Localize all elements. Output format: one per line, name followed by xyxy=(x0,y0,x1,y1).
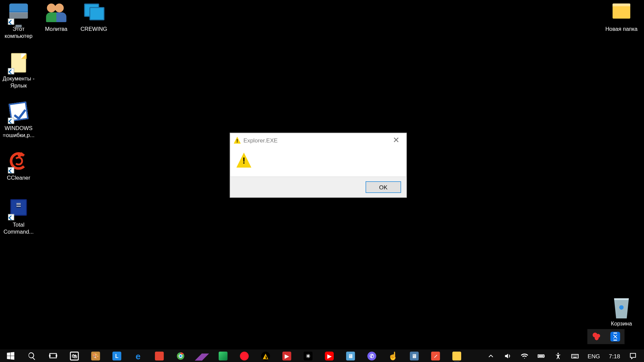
monitor-icon: 🖥 xyxy=(410,352,419,360)
tray-input-method[interactable] xyxy=(566,352,583,360)
aimp-icon: ◭ xyxy=(261,352,270,360)
close-button[interactable]: ✕ xyxy=(386,133,407,147)
shortcut-overlay-icon xyxy=(8,214,14,220)
desktop-icon-new-folder[interactable]: Новая папка xyxy=(603,4,640,33)
svg-rect-2 xyxy=(56,355,57,357)
edge-icon: e xyxy=(134,352,143,360)
visual-studio-icon: ◢◤ xyxy=(198,352,206,360)
desktop-icon-crewing[interactable]: CREWING xyxy=(75,4,112,33)
desktop-icon-label: Новая папка xyxy=(603,26,640,33)
desktop-icon-label: Корзина xyxy=(603,320,640,327)
warning-icon xyxy=(236,153,252,168)
shortcut-overlay-icon xyxy=(8,18,14,24)
chrome-icon xyxy=(176,352,185,360)
l-app-icon: L xyxy=(112,352,121,360)
task-view-button[interactable] xyxy=(43,349,64,362)
play-icon: ▶ xyxy=(282,352,291,360)
taskbar-app-pointer[interactable]: ☝ xyxy=(382,349,404,362)
taskbar-app-viber[interactable]: ✆ xyxy=(361,349,382,362)
notifications-icon xyxy=(629,352,637,360)
action-center-button[interactable] xyxy=(625,352,641,360)
desktop-icon-documents[interactable]: Документы - Ярлык xyxy=(0,53,37,89)
shortcut-overlay-icon xyxy=(8,68,14,74)
svg-rect-1 xyxy=(49,355,50,357)
tray-overflow-app-icon[interactable] xyxy=(592,332,601,342)
desktop-icon-total-commander[interactable]: Total Command... xyxy=(0,199,37,235)
desktop-icon-windows-errors[interactable]: WINDOWS =ошибки,р... xyxy=(0,103,37,139)
remote-icon: 🖥 xyxy=(346,352,355,360)
tray-language[interactable]: ENG xyxy=(583,353,605,359)
file-icon xyxy=(219,352,227,360)
tray-volume[interactable] xyxy=(499,352,516,360)
clock-label: 7:18 xyxy=(609,353,620,359)
taskbar-app-player[interactable]: ▶ xyxy=(276,349,297,362)
search-button[interactable] xyxy=(21,349,42,362)
taskbar-app-youtube[interactable]: ▶ xyxy=(319,349,340,362)
desktop-icon-label: Этот компьютер xyxy=(0,26,37,40)
desktop-icon-label: CCleaner xyxy=(0,174,37,181)
dialog-title: Explorer.EXE xyxy=(244,137,278,143)
desktop-icon-label: Документы - Ярлык xyxy=(0,75,37,89)
taskbar-app-paint[interactable]: 🎨 xyxy=(85,349,106,362)
desktop-icon-this-pc[interactable]: Этот компьютер xyxy=(0,4,37,40)
taskbar-app-aimp[interactable]: ◭ xyxy=(255,349,276,362)
taskbar-app-vs[interactable]: ◢◤ xyxy=(191,349,212,362)
shortcut-overlay-icon xyxy=(8,118,14,124)
chevron-up-icon xyxy=(487,352,495,360)
todoist-icon xyxy=(155,352,164,360)
start-button[interactable] xyxy=(0,349,21,362)
taskbar-app-l[interactable]: L xyxy=(106,349,127,362)
tray-ease-of-access[interactable] xyxy=(549,352,566,360)
taskbar-app-monitor[interactable]: 🖥 xyxy=(404,349,425,362)
desktop-icon-ccleaner[interactable]: CCleaner xyxy=(0,152,37,181)
system-tray: ENG 7:18 xyxy=(482,349,644,362)
dialog-titlebar[interactable]: Explorer.EXE ✕ xyxy=(230,133,406,147)
fences-icon: ✳ xyxy=(304,352,312,360)
speaker-icon xyxy=(503,352,512,360)
language-label: ENG xyxy=(588,353,600,359)
tray-overflow-button[interactable] xyxy=(482,352,499,360)
keyboard-icon xyxy=(571,352,579,360)
tray-overflow-popout xyxy=(587,329,625,344)
opera-icon xyxy=(240,352,249,360)
taskbar-app-file-explorer[interactable] xyxy=(446,349,467,362)
taskbar-app-remote[interactable]: 🖥 xyxy=(340,349,361,362)
svg-rect-0 xyxy=(50,354,56,358)
taskbar-app-opera[interactable] xyxy=(234,349,255,362)
tray-wifi[interactable] xyxy=(516,352,533,360)
desktop-icon-label: CREWING xyxy=(75,26,112,33)
taskbar-app-edge[interactable]: e xyxy=(127,349,149,362)
desktop-icon-prayer[interactable]: Молитва xyxy=(38,4,75,33)
svg-rect-8 xyxy=(538,355,543,357)
dialog-explorer-error: Explorer.EXE ✕ OK xyxy=(230,133,407,198)
svg-rect-7 xyxy=(544,355,544,357)
desktop-icon-label: Молитва xyxy=(38,26,75,33)
taskbar-app-todoist[interactable] xyxy=(149,349,170,362)
ok-button[interactable]: OK xyxy=(366,181,401,193)
svg-point-5 xyxy=(179,355,182,357)
tray-clock[interactable]: 7:18 xyxy=(604,353,625,359)
taskbar-app-swift[interactable]: ⟋ xyxy=(425,349,446,362)
taskbar-app-chrome[interactable] xyxy=(170,349,191,362)
taskbar-left: 🛍 🎨 L e ◢◤ ◭ ▶ ✳ ▶ 🖥 ✆ ☝ 🖥 ⟋ xyxy=(0,349,467,362)
windows-logo-icon xyxy=(6,352,15,360)
battery-icon xyxy=(537,352,545,360)
shortcut-overlay-icon xyxy=(8,167,14,173)
taskbar-app-pinned-file[interactable] xyxy=(212,349,233,362)
taskbar-app-store[interactable]: 🛍 xyxy=(64,349,85,362)
taskbar-app-fences[interactable]: ✳ xyxy=(298,349,319,362)
desktop-icon-label: WINDOWS =ошибки,р... xyxy=(0,125,37,139)
folder-icon xyxy=(452,352,461,360)
desktop-icon-recycle-bin[interactable]: Корзина xyxy=(603,298,640,327)
youtube-icon: ▶ xyxy=(325,352,334,360)
hand-pointer-icon: ☝ xyxy=(389,352,397,360)
paint-icon: 🎨 xyxy=(91,352,100,360)
tray-battery[interactable] xyxy=(533,352,549,360)
taskbar: 🛍 🎨 L e ◢◤ ◭ ▶ ✳ ▶ 🖥 ✆ ☝ 🖥 ⟋ xyxy=(0,349,644,362)
desktop-icon-label: Total Command... xyxy=(0,221,37,235)
search-icon xyxy=(28,352,36,360)
wifi-icon xyxy=(520,352,528,360)
viber-icon: ✆ xyxy=(367,352,376,360)
task-view-icon xyxy=(49,352,57,360)
bluetooth-icon[interactable] xyxy=(610,332,620,342)
